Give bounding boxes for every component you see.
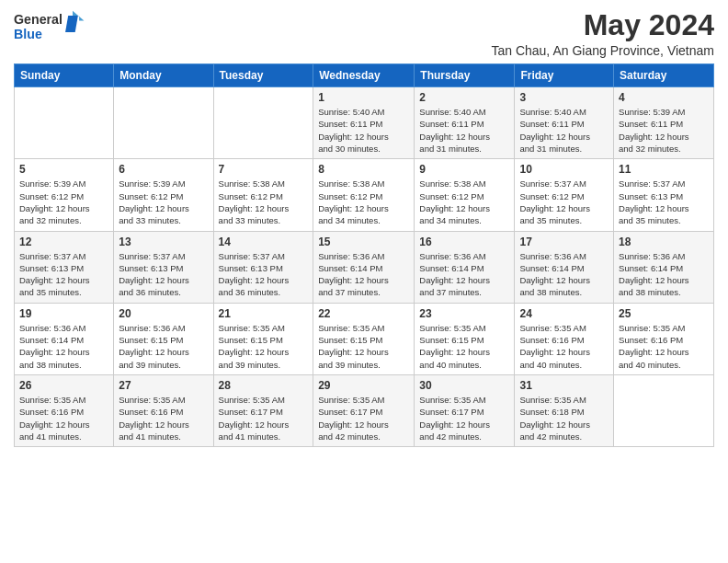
day-info: Sunrise: 5:37 AMSunset: 6:13 PMDaylight:…	[119, 250, 208, 299]
table-row: 27Sunrise: 5:35 AMSunset: 6:16 PMDayligh…	[114, 374, 213, 446]
calendar-week-row: 1Sunrise: 5:40 AMSunset: 6:11 PMDaylight…	[15, 87, 714, 159]
table-row: 23Sunrise: 5:35 AMSunset: 6:15 PMDayligh…	[415, 303, 515, 374]
day-number: 27	[119, 379, 208, 392]
day-info: Sunrise: 5:35 AMSunset: 6:17 PMDaylight:…	[419, 394, 509, 442]
day-info: Sunrise: 5:35 AMSunset: 6:15 PMDaylight:…	[219, 322, 309, 371]
logo-svg: General Blue	[14, 9, 87, 46]
table-row	[614, 374, 714, 446]
table-row	[213, 87, 313, 159]
day-number: 19	[19, 307, 108, 320]
day-number: 22	[318, 307, 409, 320]
svg-marker-2	[65, 16, 78, 32]
day-number: 6	[119, 163, 208, 176]
day-number: 5	[19, 163, 108, 176]
table-row: 4Sunrise: 5:39 AMSunset: 6:11 PMDaylight…	[614, 87, 714, 159]
day-info: Sunrise: 5:35 AMSunset: 6:18 PMDaylight:…	[519, 394, 609, 442]
day-number: 25	[619, 307, 709, 320]
table-row: 12Sunrise: 5:37 AMSunset: 6:13 PMDayligh…	[15, 231, 114, 303]
day-info: Sunrise: 5:35 AMSunset: 6:16 PMDaylight:…	[19, 394, 108, 442]
day-number: 14	[219, 236, 309, 248]
table-row: 20Sunrise: 5:36 AMSunset: 6:15 PMDayligh…	[114, 303, 213, 374]
table-row: 7Sunrise: 5:38 AMSunset: 6:12 PMDaylight…	[213, 159, 313, 231]
table-row: 10Sunrise: 5:37 AMSunset: 6:12 PMDayligh…	[515, 159, 614, 231]
table-row: 17Sunrise: 5:36 AMSunset: 6:14 PMDayligh…	[515, 231, 614, 303]
svg-text:Blue: Blue	[14, 27, 42, 41]
table-row	[15, 87, 114, 159]
table-row: 28Sunrise: 5:35 AMSunset: 6:17 PMDayligh…	[213, 374, 313, 446]
table-row: 16Sunrise: 5:36 AMSunset: 6:14 PMDayligh…	[415, 231, 515, 303]
table-row: 1Sunrise: 5:40 AMSunset: 6:11 PMDaylight…	[313, 87, 415, 159]
day-info: Sunrise: 5:35 AMSunset: 6:15 PMDaylight:…	[318, 322, 409, 371]
col-monday: Monday	[114, 64, 213, 87]
day-number: 13	[119, 236, 208, 248]
day-info: Sunrise: 5:38 AMSunset: 6:12 PMDaylight:…	[419, 178, 509, 226]
day-number: 28	[219, 379, 309, 392]
table-row: 13Sunrise: 5:37 AMSunset: 6:13 PMDayligh…	[114, 231, 213, 303]
day-info: Sunrise: 5:35 AMSunset: 6:16 PMDaylight:…	[619, 322, 709, 371]
svg-text:General: General	[14, 12, 63, 27]
table-row: 15Sunrise: 5:36 AMSunset: 6:14 PMDayligh…	[313, 231, 415, 303]
day-number: 29	[318, 379, 409, 392]
day-info: Sunrise: 5:37 AMSunset: 6:13 PMDaylight:…	[619, 178, 709, 226]
day-info: Sunrise: 5:37 AMSunset: 6:13 PMDaylight:…	[219, 250, 309, 299]
table-row	[114, 87, 213, 159]
day-info: Sunrise: 5:37 AMSunset: 6:13 PMDaylight:…	[19, 250, 108, 299]
day-number: 2	[419, 91, 509, 104]
day-info: Sunrise: 5:36 AMSunset: 6:14 PMDaylight:…	[419, 250, 509, 299]
col-friday: Friday	[515, 64, 614, 87]
table-row: 24Sunrise: 5:35 AMSunset: 6:16 PMDayligh…	[515, 303, 614, 374]
table-row: 18Sunrise: 5:36 AMSunset: 6:14 PMDayligh…	[614, 231, 714, 303]
calendar-week-row: 5Sunrise: 5:39 AMSunset: 6:12 PMDaylight…	[15, 159, 714, 231]
day-info: Sunrise: 5:40 AMSunset: 6:11 PMDaylight:…	[519, 106, 609, 155]
col-sunday: Sunday	[15, 64, 114, 87]
day-number: 17	[519, 236, 609, 248]
table-row: 30Sunrise: 5:35 AMSunset: 6:17 PMDayligh…	[415, 374, 515, 446]
day-number: 23	[419, 307, 509, 320]
table-row: 2Sunrise: 5:40 AMSunset: 6:11 PMDaylight…	[415, 87, 515, 159]
calendar-week-row: 12Sunrise: 5:37 AMSunset: 6:13 PMDayligh…	[15, 231, 714, 303]
day-info: Sunrise: 5:36 AMSunset: 6:14 PMDaylight:…	[318, 250, 409, 299]
day-number: 31	[519, 379, 609, 392]
table-row: 22Sunrise: 5:35 AMSunset: 6:15 PMDayligh…	[313, 303, 415, 374]
table-row: 29Sunrise: 5:35 AMSunset: 6:17 PMDayligh…	[313, 374, 415, 446]
day-number: 7	[219, 163, 309, 176]
table-row: 5Sunrise: 5:39 AMSunset: 6:12 PMDaylight…	[15, 159, 114, 231]
table-row: 8Sunrise: 5:38 AMSunset: 6:12 PMDaylight…	[313, 159, 415, 231]
calendar-week-row: 19Sunrise: 5:36 AMSunset: 6:14 PMDayligh…	[15, 303, 714, 374]
day-number: 10	[519, 163, 609, 176]
table-row: 21Sunrise: 5:35 AMSunset: 6:15 PMDayligh…	[213, 303, 313, 374]
day-info: Sunrise: 5:36 AMSunset: 6:14 PMDaylight:…	[619, 250, 709, 299]
month-year-title: May 2024	[491, 9, 714, 41]
day-number: 12	[19, 236, 108, 248]
col-saturday: Saturday	[614, 64, 714, 87]
day-number: 24	[519, 307, 609, 320]
day-number: 26	[19, 379, 108, 392]
table-row: 11Sunrise: 5:37 AMSunset: 6:13 PMDayligh…	[614, 159, 714, 231]
day-info: Sunrise: 5:37 AMSunset: 6:12 PMDaylight:…	[519, 178, 609, 226]
title-area: May 2024 Tan Chau, An Giang Province, Vi…	[491, 9, 714, 58]
col-thursday: Thursday	[415, 64, 515, 87]
logo: General Blue	[14, 9, 87, 46]
day-number: 20	[119, 307, 208, 320]
col-tuesday: Tuesday	[213, 64, 313, 87]
day-info: Sunrise: 5:35 AMSunset: 6:16 PMDaylight:…	[119, 394, 208, 442]
day-info: Sunrise: 5:35 AMSunset: 6:17 PMDaylight:…	[318, 394, 409, 442]
day-info: Sunrise: 5:39 AMSunset: 6:11 PMDaylight:…	[619, 106, 709, 155]
day-info: Sunrise: 5:38 AMSunset: 6:12 PMDaylight:…	[318, 178, 409, 226]
col-wednesday: Wednesday	[313, 64, 415, 87]
day-number: 3	[519, 91, 609, 104]
day-number: 30	[419, 379, 509, 392]
day-info: Sunrise: 5:39 AMSunset: 6:12 PMDaylight:…	[119, 178, 208, 226]
location-subtitle: Tan Chau, An Giang Province, Vietnam	[491, 43, 714, 58]
day-info: Sunrise: 5:36 AMSunset: 6:14 PMDaylight:…	[19, 322, 108, 371]
table-row: 3Sunrise: 5:40 AMSunset: 6:11 PMDaylight…	[515, 87, 614, 159]
day-info: Sunrise: 5:39 AMSunset: 6:12 PMDaylight:…	[19, 178, 108, 226]
day-number: 4	[619, 91, 709, 104]
day-number: 21	[219, 307, 309, 320]
table-row: 19Sunrise: 5:36 AMSunset: 6:14 PMDayligh…	[15, 303, 114, 374]
table-row: 14Sunrise: 5:37 AMSunset: 6:13 PMDayligh…	[213, 231, 313, 303]
day-info: Sunrise: 5:35 AMSunset: 6:15 PMDaylight:…	[419, 322, 509, 371]
day-number: 18	[619, 236, 709, 248]
table-row: 26Sunrise: 5:35 AMSunset: 6:16 PMDayligh…	[15, 374, 114, 446]
page: General Blue May 2024 Tan Chau, An Giang…	[0, 0, 728, 461]
